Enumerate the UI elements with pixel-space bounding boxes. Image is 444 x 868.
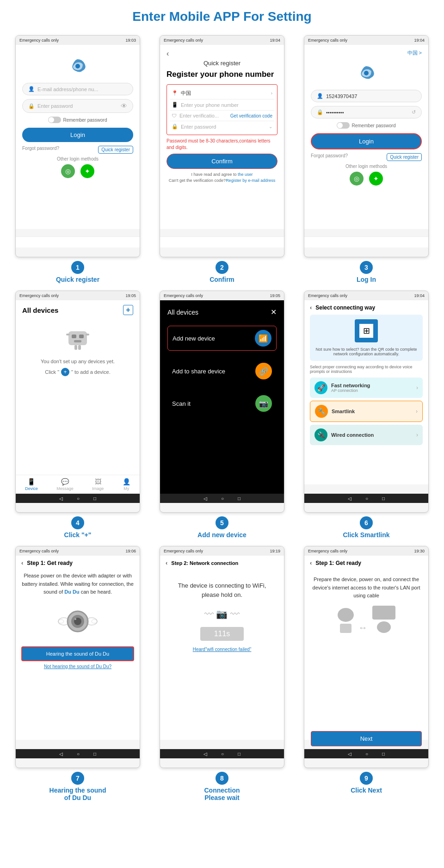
login-button-1[interactable]: Login <box>22 128 133 142</box>
qr-area-6: ⊞ Not sure how to select? Scan the QR co… <box>310 315 423 361</box>
status-left-2: Emergency calls only <box>164 38 203 43</box>
status-left-4: Emergency calls only <box>19 293 59 298</box>
recent-nav-3[interactable]: □ <box>407 240 409 245</box>
home-nav-4[interactable]: ○ <box>77 496 80 501</box>
recent-nav[interactable]: □ <box>118 240 121 245</box>
phone-frame-4: Emergency calls only 19:05 All devices + <box>15 291 140 513</box>
home-nav-7[interactable]: ○ <box>77 751 80 756</box>
confirm-button-2[interactable]: Confirm <box>166 154 278 169</box>
tab-my-4[interactable]: 👤 My <box>123 478 130 491</box>
home-nav-3[interactable]: ○ <box>365 240 368 245</box>
step-name-2: Confirm <box>210 276 234 283</box>
back-icon-9[interactable]: ‹ <box>310 559 312 566</box>
recent-nav-5[interactable]: □ <box>238 496 240 501</box>
wired-option-6[interactable]: 🔌 Wired connection › <box>310 425 423 445</box>
register-email-link[interactable]: Register by e-mail address <box>226 178 275 183</box>
country-field-2[interactable]: 📍 中国 › <box>170 87 274 99</box>
password-input-3[interactable]: 🔒 •••••••••• ↺ <box>311 106 422 118</box>
camera-icon-9 <box>338 608 354 622</box>
back-nav-7[interactable]: ◁ <box>59 751 63 756</box>
back-icon-8[interactable]: ‹ <box>166 559 167 566</box>
tab-image-4[interactable]: 🖼 Image <box>92 478 104 491</box>
cell-6: Emergency calls only 19:04 ‹ Select conn… <box>298 291 435 539</box>
line-icon[interactable]: ✦ <box>80 164 94 178</box>
login-button-3[interactable]: Login <box>311 133 422 149</box>
wired-left: 🔌 Wired connection <box>314 428 374 441</box>
back-nav-3[interactable]: ◁ <box>323 240 327 245</box>
svg-rect-3 <box>72 335 76 338</box>
cam2-icon-9 <box>377 621 391 633</box>
recent-nav-8[interactable]: □ <box>238 751 240 756</box>
email-input-1[interactable]: 👤 E-mail address/phone nu... <box>22 83 133 95</box>
fast-net-icon: 🚀 <box>314 381 327 394</box>
add-share-item-5[interactable]: Add to share device 🔗 <box>167 359 277 383</box>
svg-rect-5 <box>74 340 81 342</box>
line-icon-3[interactable]: ✦ <box>369 172 383 186</box>
top-right-3: 中国 > <box>311 50 422 56</box>
recent-nav-7[interactable]: □ <box>93 751 96 756</box>
phone-frame-5: Emergency calls only 19:05 All devices ✕… <box>160 291 284 513</box>
smartlink-option-6[interactable]: 🔧 Smartlink › <box>310 401 423 422</box>
back-nav-2[interactable]: ◁ <box>179 240 183 245</box>
phone-field-2[interactable]: 📱 Enter your phone number <box>170 99 274 111</box>
wechat-icon-3[interactable]: ◎ <box>350 172 364 186</box>
quick-register-link-1[interactable]: Quick register <box>98 146 133 154</box>
next-button-9[interactable]: Next <box>311 731 422 740</box>
fast-net-option-6[interactable]: 🚀 Fast networking AP connection › <box>310 378 423 398</box>
quick-register-link-3[interactable]: Quick register <box>387 153 422 161</box>
app-logo-1 <box>22 57 133 77</box>
no-device-text-4: You don't set up any devices yet. <box>22 359 133 364</box>
password-input-1[interactable]: 🔒 Enter password 👁 <box>22 99 133 113</box>
back-nav-8[interactable]: ◁ <box>204 751 207 756</box>
status-left-6: Emergency calls only <box>308 293 347 298</box>
status-left-5: Emergency calls only <box>164 293 203 298</box>
add-hint-4: Click " + " to add a device. <box>22 368 133 376</box>
status-left-7: Emergency calls only <box>19 549 59 553</box>
screen-content-7: ‹ Step 1: Get ready Please power on the … <box>16 556 140 740</box>
back-nav-9[interactable]: ◁ <box>348 751 352 756</box>
hearing-button-7[interactable]: Hearing the sound of Du Du <box>21 646 134 661</box>
home-nav-5[interactable]: ○ <box>221 496 224 501</box>
add-plus-button-4[interactable]: + <box>123 305 133 315</box>
recent-nav-9[interactable]: □ <box>382 751 385 756</box>
svg-rect-8 <box>74 345 77 350</box>
qr-code-icon: ⊞ <box>355 319 378 342</box>
tab-device-4[interactable]: 📱 Device <box>25 478 38 491</box>
recent-nav-2[interactable]: □ <box>262 240 265 245</box>
back-icon-7[interactable]: ‹ <box>21 559 23 566</box>
svg-rect-6 <box>66 334 70 335</box>
user-link[interactable]: the user <box>238 172 253 177</box>
tab-message-4[interactable]: 💬 Message <box>56 478 74 491</box>
back-nav-4[interactable]: ◁ <box>59 496 63 501</box>
screen-header-8: ‹ Step 2: Network connection <box>166 559 278 566</box>
back-nav-5[interactable]: ◁ <box>204 496 207 501</box>
step-name-5: Add new device <box>197 531 247 539</box>
step-name-7: Hearing the sound of Du Du <box>49 787 106 801</box>
cell-7: Emergency calls only 19:06 ‹ Step 1: Get… <box>9 546 146 801</box>
close-icon-5[interactable]: ✕ <box>271 308 277 316</box>
home-nav-9[interactable]: ○ <box>365 751 368 756</box>
get-verify-link[interactable]: Get verification code <box>230 113 272 118</box>
back-nav[interactable]: ◁ <box>35 240 38 245</box>
svg-rect-4 <box>79 335 84 338</box>
wechat-icon[interactable]: ◎ <box>61 164 75 178</box>
home-nav-2[interactable]: ○ <box>221 240 224 245</box>
form-box-2: 📍 中国 › 📱 Enter your phone number 🛡 Enter… <box>166 84 278 135</box>
home-nav-8[interactable]: ○ <box>221 751 224 756</box>
verify-field-2[interactable]: 🛡 Enter verificatio... Get verification … <box>170 111 274 121</box>
recent-nav-4[interactable]: □ <box>93 496 96 501</box>
scan-item-5[interactable]: Scan it 📷 <box>167 391 277 415</box>
home-nav-6[interactable]: ○ <box>365 496 368 501</box>
back-arrow-2[interactable]: ‹ <box>166 50 278 58</box>
not-hearing-link-7[interactable]: Not hearing the sound of Du Du? <box>21 664 134 669</box>
add-new-device-item-5[interactable]: Add new device 📶 <box>167 326 277 351</box>
cell-1: Emergency calls only 19:03 👤 E-mail addr <box>9 35 146 283</box>
back-nav-6[interactable]: ◁ <box>348 496 352 501</box>
back-icon-6[interactable]: ‹ <box>310 304 312 311</box>
password-field-2[interactable]: 🔒 Enter password ⌄ <box>170 121 274 132</box>
phone-input-3[interactable]: 👤 15243970437 <box>311 90 422 102</box>
other-login-1: Other login methods <box>22 156 133 161</box>
home-nav[interactable]: ○ <box>77 240 80 245</box>
fail-link-8[interactable]: Heard"wifi connection failed" <box>193 647 252 652</box>
recent-nav-6[interactable]: □ <box>382 496 385 501</box>
